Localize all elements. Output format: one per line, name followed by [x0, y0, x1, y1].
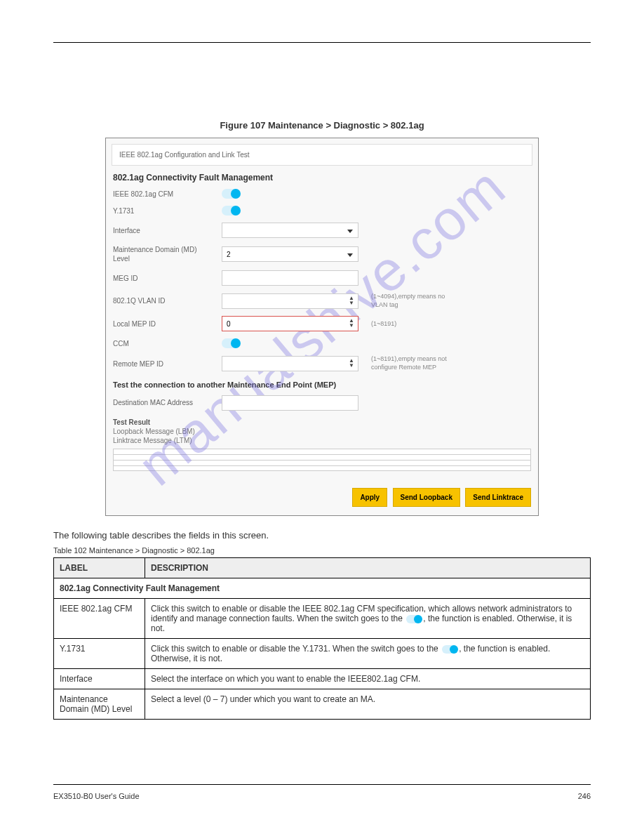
- table-row: Y.1731 Click this switch to enable or di…: [54, 638, 591, 668]
- interface-select[interactable]: [222, 223, 358, 238]
- table-row: Interface Select the interface on which …: [54, 668, 591, 689]
- top-horizontal-rule: [53, 42, 591, 43]
- row-desc: Select the interface on which you want t…: [145, 668, 591, 689]
- table-section-row: 802.1ag Connectivity Fault Management: [54, 578, 591, 598]
- dest-mac-label: Destination MAC Address: [113, 398, 222, 407]
- table-row: Maintenance Domain (MD) Level Select a l…: [54, 689, 591, 719]
- remote-mep-label: Remote MEP ID: [113, 359, 222, 369]
- test-result-output: [113, 449, 531, 471]
- row-label: Interface: [54, 668, 145, 689]
- local-mep-label: Local MEP ID: [113, 319, 222, 329]
- table-caption: Table 102 Maintenance > Diagnostic > 802…: [53, 546, 591, 555]
- row-desc: Select a level (0 – 7) under which you w…: [145, 689, 591, 719]
- bottom-horizontal-rule: [53, 784, 591, 785]
- row-desc: Click this switch to enable or disable t…: [145, 598, 591, 638]
- interface-label: Interface: [113, 226, 222, 235]
- row-label: Y.1731: [54, 638, 145, 668]
- ccm-toggle[interactable]: [222, 338, 240, 348]
- toggle-icon: [442, 645, 457, 654]
- apply-button[interactable]: Apply: [352, 488, 387, 507]
- row-desc: Click this switch to enable or disable t…: [145, 638, 591, 668]
- remote-mep-hint: (1~8191),empty means not configure Remot…: [371, 355, 448, 371]
- local-mep-hint: (1~8191): [371, 320, 448, 329]
- meg-id-label: MEG ID: [113, 274, 222, 283]
- config-tab-label: IEEE 802.1ag Configuration and Link Test: [112, 144, 532, 166]
- figure-label: Figure 107 Maintenance > Diagnostic > 80…: [53, 120, 591, 131]
- vlan-id-input[interactable]: [222, 293, 358, 309]
- y1731-label: Y.1731: [113, 206, 222, 216]
- screenshot-panel: manualshive.com IEEE 802.1ag Configurati…: [105, 138, 539, 516]
- footer-right: 246: [578, 792, 591, 800]
- th-description: DESCRIPTION: [145, 557, 591, 578]
- ieee-cfm-toggle[interactable]: [222, 189, 240, 199]
- dest-mac-input[interactable]: [222, 395, 358, 411]
- th-label: LABEL: [54, 557, 145, 578]
- meg-id-input[interactable]: [222, 270, 358, 286]
- y1731-toggle[interactable]: [222, 206, 240, 216]
- row-label: Maintenance Domain (MD) Level: [54, 689, 145, 719]
- description-table: LABEL DESCRIPTION 802.1ag Connectivity F…: [53, 557, 591, 720]
- vlan-id-hint: (1~4094),empty means no VLAN tag: [371, 293, 448, 309]
- toggle-icon: [406, 615, 422, 623]
- remote-mep-input[interactable]: [222, 356, 358, 371]
- table-row: IEEE 802.1ag CFM Click this switch to en…: [54, 598, 591, 638]
- ccm-label: CCM: [113, 339, 222, 348]
- md-level-select[interactable]: [222, 246, 358, 262]
- row-label: IEEE 802.1ag CFM: [54, 598, 145, 638]
- footer-left: EX3510-B0 User's Guide: [53, 792, 140, 800]
- test-result-label: Test Result: [113, 418, 531, 426]
- vlan-id-label: 802.1Q VLAN ID: [113, 296, 222, 305]
- md-level-label: Maintenance Domain (MD) Level: [113, 245, 222, 263]
- local-mep-input[interactable]: [222, 316, 358, 331]
- send-loopback-button[interactable]: Send Loopback: [393, 488, 460, 507]
- test-section-title: Test the connection to another Maintenan…: [113, 380, 531, 389]
- ltm-label: Linktrace Message (LTM): [113, 437, 531, 444]
- cfm-section-title: 802.1ag Connectivity Fault Management: [113, 173, 531, 183]
- send-linktrace-button[interactable]: Send Linktrace: [465, 488, 531, 507]
- ieee-cfm-label: IEEE 802.1ag CFM: [113, 190, 222, 199]
- table-intro-text: The following table describes the fields…: [53, 530, 591, 541]
- lbm-label: Loopback Message (LBM): [113, 428, 531, 435]
